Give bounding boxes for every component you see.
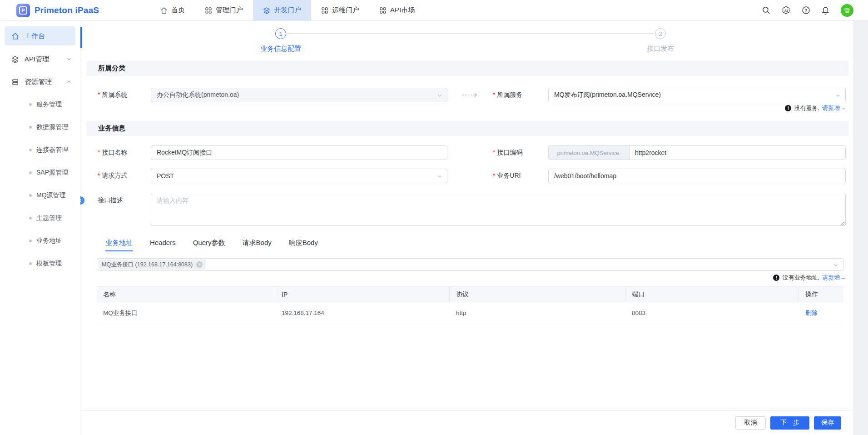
bullet-icon [29,262,32,265]
method-select[interactable]: POST [151,169,447,183]
nav-item-label: API市场 [390,6,415,15]
sidebar-item-datasource-mgmt[interactable]: 数据源管理 [0,116,80,139]
brand-logo-icon: P [16,4,30,17]
sidebar-item-workbench[interactable]: 工作台 [5,26,75,45]
system-select-value: 办公自动化系统(primeton.oa) [157,91,239,99]
mapping-arrow-icon [447,92,493,98]
sidebar-subitem-label: 数据源管理 [36,123,68,131]
layers-icon [11,55,19,63]
address-tag-label: MQ业务接口 (192.168.17.164:8083) [102,261,193,269]
chevron-down-icon [66,56,72,62]
tab-request-body[interactable]: 请求Body [243,239,272,251]
sidebar-item-mq-source-mgmt[interactable]: MQ源管理 [0,184,80,207]
api-description-textarea[interactable] [151,193,846,226]
bullet-icon [29,126,32,129]
col-header-actions: 操作 [799,287,843,302]
nav-item-home[interactable]: 首页 [150,0,195,20]
layers-icon [263,7,270,14]
step-1-circle: 1 [275,28,286,39]
field-label-uri: 业务URI [493,172,548,180]
ai-assistant-icon[interactable]: AI [781,5,791,15]
sidebar-item-resource-mgmt[interactable]: 资源管理 [0,70,80,93]
step-2-label: 接口发布 [619,45,702,53]
sidebar-item-label: 资源管理 [25,78,52,86]
sidebar-subitem-label: 服务管理 [36,100,62,109]
business-address-select[interactable]: MQ业务接口 (192.168.17.164:8083) × [97,258,843,271]
col-header-port: 端口 [625,287,799,302]
section-title-classification: 所属分类 [86,61,848,76]
chevron-down-icon [833,262,838,268]
nav-item-api-market[interactable]: API市场 [369,0,425,20]
no-address-hint: ! 没有业务地址, 请新增→ [80,274,846,282]
field-label-api-code: 接口编码 [493,149,548,157]
save-button[interactable]: 保存 [814,416,841,430]
grid-icon [321,7,328,14]
home-icon [160,7,168,14]
resize-grip-icon[interactable] [840,221,844,225]
nav-item-label: 首页 [171,6,185,15]
step-indicator: 1 业务信息配置 2 接口发布 [80,21,853,61]
system-select[interactable]: 办公自动化系统(primeton.oa) [151,88,447,102]
cell-ip: 192.168.17.164 [275,310,450,316]
brand-name: Primeton iPaaS [35,5,99,15]
api-code-group: primeton.oa.MQService. [548,145,846,160]
search-icon[interactable] [762,6,770,15]
nav-item-label: 管理门户 [216,6,243,15]
tab-query-params[interactable]: Query参数 [193,239,225,251]
business-row-3: 接口描述 [80,193,853,228]
field-label-service: 所属服务 [493,91,548,99]
sidebar-subitem-label: 模板管理 [36,260,62,268]
tag-close-icon[interactable]: × [196,261,203,268]
field-label-api-name: 接口名称 [98,149,151,157]
nav-item-admin-portal[interactable]: 管理门户 [195,0,253,20]
bullet-icon [29,194,32,197]
nav-item-dev-portal[interactable]: 开发门户 [253,0,311,20]
avatar[interactable]: 管 [841,4,853,17]
address-table: 名称 IP 协议 端口 操作 MQ业务接口 192.168.17.164 htt… [97,286,843,324]
no-service-hint: ! 没有服务, 请新增→ [80,104,846,112]
sidebar-item-api-mgmt[interactable]: API管理 [0,48,80,70]
sidebar-subitem-label: 主题管理 [36,214,62,222]
address-tag: MQ业务接口 (192.168.17.164:8083) × [99,260,206,270]
sidebar-item-template-mgmt[interactable]: 模板管理 [0,252,80,275]
tab-headers[interactable]: Headers [150,239,176,251]
add-service-link[interactable]: 请新增→ [822,104,846,112]
sidebar-subitem-label: MQ源管理 [36,191,66,200]
sidebar-item-sap-source-mgmt[interactable]: SAP源管理 [0,161,80,184]
bullet-icon [29,149,32,151]
bullet-icon [29,217,32,220]
api-name-input[interactable] [151,145,447,160]
sidebar-item-label: 工作台 [25,32,45,40]
sidebar-item-connector-mgmt[interactable]: 连接器管理 [0,139,80,161]
next-step-button[interactable]: 下一步 [770,416,809,430]
info-icon: ! [773,275,779,281]
sidebar-item-service-mgmt[interactable]: 服务管理 [0,93,80,116]
delete-row-link[interactable]: 删除 [805,310,818,316]
nav-item-ops-portal[interactable]: 运维门户 [311,0,369,20]
service-select[interactable]: MQ发布订阅(primeton.oa.MQService) [548,88,846,102]
brand[interactable]: P Primeton iPaaS [16,4,130,17]
bullet-icon [29,171,32,174]
col-header-protocol: 协议 [450,287,625,302]
step-connector-line [287,33,655,34]
api-code-prefix: primeton.oa.MQService. [549,146,630,160]
cancel-button[interactable]: 取消 [735,416,766,430]
field-label-description: 接口描述 [98,193,151,205]
sidebar-item-business-address[interactable]: 业务地址 [0,230,80,252]
chevron-down-icon [437,93,442,98]
database-icon [11,78,19,86]
chevron-left-icon [80,199,83,203]
notifications-bell-icon[interactable] [821,6,830,15]
business-uri-input[interactable] [548,169,846,183]
api-code-input[interactable] [630,146,845,160]
help-icon[interactable]: ? [802,6,810,15]
sidebar-item-topic-mgmt[interactable]: 主题管理 [0,207,80,230]
tab-response-body[interactable]: 响应Body [289,239,318,251]
add-address-link[interactable]: 请新增→ [822,274,846,282]
section-title-business-info: 业务信息 [86,121,848,136]
field-label-system: 所属系统 [98,91,151,99]
nav-menu: 首页 管理门户 开发门户 运维门户 API市场 [150,0,425,20]
detail-tabs: 业务地址 Headers Query参数 请求Body 响应Body [105,239,853,251]
main-content: 1 业务信息配置 2 接口发布 所属分类 所属系统 办公自动化系统(primet… [80,21,853,435]
tab-business-address[interactable]: 业务地址 [105,239,133,251]
